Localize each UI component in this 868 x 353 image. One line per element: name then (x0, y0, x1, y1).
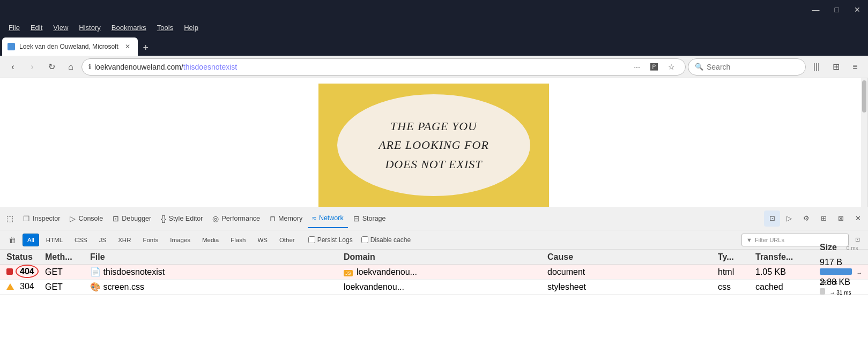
menu-bookmarks[interactable]: Bookmarks (107, 21, 151, 34)
close-devtools-btn[interactable]: ✕ (850, 211, 866, 227)
filter-images-btn[interactable]: Images (165, 234, 195, 246)
storage-icon: ⊟ (353, 214, 360, 223)
page-content: THE PAGE YOU ARE LOOKING FOR DOES NOT EX… (0, 78, 868, 207)
status-badge: 304 (6, 282, 34, 291)
file-cell: 🎨 screen.css (88, 282, 342, 292)
domain-name: loekvandenou... (344, 282, 404, 291)
library-button[interactable]: ||| (808, 58, 825, 76)
devtools-settings-btn[interactable]: ⚙ (798, 211, 814, 227)
menu-edit[interactable]: Edit (26, 21, 47, 34)
search-bar[interactable]: 🔍 (688, 58, 806, 76)
minimize-button[interactable]: — (809, 3, 823, 16)
filter-all-btn[interactable]: All (23, 234, 39, 246)
sidebar-toggle-button[interactable]: ⊞ (827, 58, 844, 76)
sticky-note: THE PAGE YOU ARE LOOKING FOR DOES NOT EX… (318, 84, 549, 207)
devtools-inspector-btn[interactable]: ☐ Inspector (19, 209, 64, 228)
disable-cache-label: Disable cache (370, 236, 411, 244)
sticky-oval: THE PAGE YOU ARE LOOKING FOR DOES NOT EX… (337, 94, 530, 196)
disable-cache-group: Disable cache (361, 236, 411, 244)
filter-css-btn[interactable]: CSS (70, 234, 92, 246)
devtools-style-editor-btn[interactable]: {} Style Editor (157, 209, 207, 228)
filter-fonts-btn[interactable]: Fonts (138, 234, 163, 246)
menu-bar: File Edit View History Bookmarks Tools H… (0, 19, 868, 35)
network-filter-bar: 🗑 All HTML CSS JS XHR Fonts Images Media… (0, 230, 868, 250)
back-button[interactable]: ‹ (4, 58, 21, 76)
memory-icon: ⊓ (270, 214, 276, 223)
method-cell: GET (45, 267, 88, 277)
menu-history[interactable]: History (75, 21, 105, 34)
filter-icon: ▼ (746, 237, 752, 243)
address-bar[interactable]: ℹ loekvandenouweland.com/thisdoesnotexis… (81, 58, 686, 76)
devtools-pick-btn[interactable]: ⬚ (2, 209, 18, 228)
devtools-memory-btn[interactable]: ⊓ Memory (265, 209, 307, 228)
filter-ws-btn[interactable]: WS (253, 234, 272, 246)
menu-file[interactable]: File (4, 21, 24, 34)
style-editor-icon: {} (161, 214, 166, 223)
clear-network-btn[interactable]: 🗑 (4, 232, 20, 248)
domain-cell: loekvandenou... (342, 282, 545, 292)
pop-out-btn[interactable]: ⊠ (833, 211, 849, 227)
status-cell: 304 (2, 282, 45, 292)
home-button[interactable]: ⌂ (62, 58, 79, 76)
col-header-type: Ty... (716, 252, 753, 262)
network-table-header: Status Meth... File Domain Cause Ty... T… (0, 250, 868, 265)
responsive-design-btn[interactable]: ⊡ (764, 211, 780, 227)
debugger-label: Debugger (122, 215, 151, 222)
filter-js-btn[interactable]: JS (94, 234, 111, 246)
persist-logs-label: Persist Logs (317, 236, 353, 244)
col-header-status: Status (2, 252, 45, 262)
domain-name: loekvandenou... (357, 267, 417, 276)
filter-other-btn[interactable]: Other (275, 234, 300, 246)
devtools: ⬚ ☐ Inspector ▷ Console ⊡ Debugger {} St… (0, 207, 868, 325)
status-code: 404 (16, 265, 39, 278)
menu-tools[interactable]: Tools (153, 21, 177, 34)
content-area: THE PAGE YOU ARE LOOKING FOR DOES NOT EX… (0, 78, 868, 353)
table-row[interactable]: 304 GET 🎨 screen.css loekvandenou... sty… (0, 280, 868, 295)
network-icon: ≈ (312, 214, 316, 222)
filter-flash-btn[interactable]: Flash (226, 234, 250, 246)
inspector-icon: ☐ (23, 214, 30, 223)
active-tab[interactable]: Loek van den Ouweland, Microsoft ✕ (2, 37, 138, 56)
sticky-note-container: THE PAGE YOU ARE LOOKING FOR DOES NOT EX… (0, 78, 867, 207)
status-badge: 404 (6, 267, 39, 276)
more-button[interactable]: ··· (629, 59, 644, 74)
run-btn[interactable]: ▷ (781, 211, 797, 227)
disable-cache-checkbox[interactable] (361, 236, 368, 243)
menu-help[interactable]: Help (180, 21, 203, 34)
reload-button[interactable]: ↻ (43, 58, 60, 76)
pocket-button[interactable]: 🅿 (647, 59, 662, 74)
type-cell: css (716, 282, 753, 292)
table-row[interactable]: 404 GET 📄 thisdoesnotexist JS loekvanden… (0, 265, 868, 280)
style-editor-label: Style Editor (169, 215, 203, 222)
tab-bar: Loek van den Ouweland, Microsoft ✕ + (0, 35, 868, 56)
scrollbar[interactable] (861, 78, 867, 207)
inspector-label: Inspector (33, 215, 60, 222)
devtools-network-btn[interactable]: ≈ Network (308, 209, 348, 228)
col-header-file: File (88, 252, 342, 262)
devtools-debugger-btn[interactable]: ⊡ Debugger (108, 209, 155, 228)
address-actions: ··· 🅿 ☆ (629, 59, 679, 74)
size-value: 917 B (820, 258, 842, 267)
search-input[interactable] (707, 63, 799, 71)
split-btn[interactable]: ⊞ (815, 211, 832, 227)
forward-button[interactable]: › (24, 58, 41, 76)
persist-logs-checkbox[interactable] (308, 236, 315, 243)
tab-close-button[interactable]: ✕ (123, 42, 132, 51)
method-cell: GET (45, 282, 88, 292)
error-circle-wrapper: 404 (16, 267, 39, 276)
hamburger-button[interactable]: ≡ (847, 58, 864, 76)
filter-xhr-btn[interactable]: XHR (113, 234, 136, 246)
filter-html-btn[interactable]: HTML (41, 234, 68, 246)
bookmark-button[interactable]: ☆ (664, 59, 679, 74)
new-tab-button[interactable]: + (138, 40, 154, 56)
address-text: loekvandenouweland.com/thisdoesnotexist (94, 63, 626, 71)
transferred-cell: cached (753, 282, 818, 292)
maximize-button[interactable]: □ (832, 3, 842, 16)
devtools-console-btn[interactable]: ▷ Console (65, 209, 107, 228)
filter-media-btn[interactable]: Media (197, 234, 224, 246)
tab-favicon (8, 43, 15, 50)
close-window-button[interactable]: ✕ (851, 3, 864, 16)
devtools-performance-btn[interactable]: ◎ Performance (208, 209, 264, 228)
menu-view[interactable]: View (49, 21, 72, 34)
devtools-storage-btn[interactable]: ⊟ Storage (349, 209, 390, 228)
